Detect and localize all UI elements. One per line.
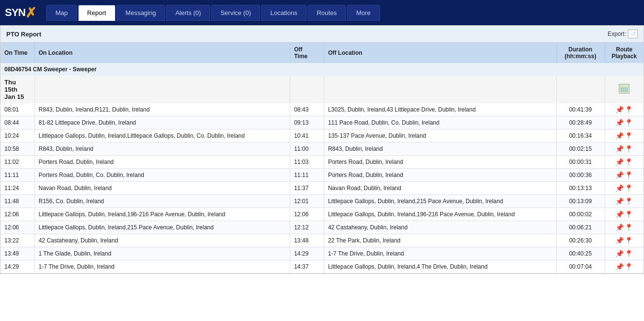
off-time: 09:13: [290, 116, 324, 129]
off-location: Navan Road, Dublin, Ireland: [324, 182, 556, 195]
duration: 00:26:30: [556, 234, 605, 247]
route-playback[interactable]: 📌 📍: [605, 260, 644, 273]
on-time: 11:48: [0, 195, 34, 208]
on-location: Porters Road, Dublin, Ireland: [34, 156, 290, 169]
duration: 00:13:09: [556, 195, 605, 208]
off-location: Littlepace Gallops, Dublin, Ireland,4 Th…: [324, 260, 556, 273]
table-header-row: On Time On Location OffTime Off Location…: [0, 43, 644, 63]
off-location: Littlepace Gallops, Dublin, Ireland,215 …: [324, 195, 556, 208]
on-time: 14:29: [0, 260, 34, 273]
off-time: 14:29: [290, 247, 324, 260]
on-time: 12:06: [0, 221, 34, 234]
duration: 00:40:25: [556, 247, 605, 260]
route-playback[interactable]: 📌 📍: [605, 208, 644, 221]
pin-icons[interactable]: 📌 📍: [615, 119, 633, 127]
pin-red-icon: 📍: [625, 197, 633, 205]
tab-more[interactable]: More: [347, 5, 380, 21]
pin-icons[interactable]: 📌 📍: [615, 171, 633, 179]
pin-icons[interactable]: 📌 📍: [615, 145, 633, 153]
col-header-off-location: Off Location: [324, 43, 556, 63]
date-map-thumb[interactable]: [605, 76, 644, 103]
pin-icons[interactable]: 📌 📍: [615, 158, 633, 166]
on-time: 08:44: [0, 116, 34, 129]
off-time: 11:00: [290, 143, 324, 156]
tab-alerts[interactable]: Alerts (0): [166, 5, 210, 21]
logo: SYN✗: [5, 5, 36, 21]
table-row: 13:49 1 The Glade, Dublin, Ireland 14:29…: [0, 247, 644, 260]
pin-green-icon: 📌: [615, 119, 624, 127]
route-playback[interactable]: 📌 📍: [605, 116, 644, 129]
pin-icons[interactable]: 📌 📍: [615, 184, 633, 192]
route-playback[interactable]: 📌 📍: [605, 247, 644, 260]
off-time: 11:37: [290, 182, 324, 195]
pin-green-icon: 📌: [615, 132, 624, 140]
route-playback[interactable]: 📌 📍: [605, 234, 644, 247]
pin-green-icon: 📌: [615, 197, 624, 205]
pin-red-icon: 📍: [625, 210, 633, 218]
route-playback[interactable]: 📌 📍: [605, 195, 644, 208]
duration: 00:00:31: [556, 156, 605, 169]
pin-icons[interactable]: 📌 📍: [615, 106, 633, 113]
pin-icons[interactable]: 📌 📍: [615, 237, 633, 244]
table-row: 10:58 R843, Dublin, Ireland 11:00 R843, …: [0, 143, 644, 156]
export-button[interactable]: Export: 📄: [608, 30, 638, 38]
off-location: L3025, Dublin, Ireland,43 Littlepace Dri…: [324, 103, 556, 116]
off-location: Porters Road, Dublin, Ireland: [324, 156, 556, 169]
date-header-row: Thu 15thJan 15: [0, 76, 644, 103]
pin-red-icon: 📍: [625, 132, 633, 140]
route-playback[interactable]: 📌 📍: [605, 169, 644, 182]
route-playback[interactable]: 📌 📍: [605, 129, 644, 143]
pin-red-icon: 📍: [625, 237, 633, 244]
pin-icons[interactable]: 📌 📍: [615, 132, 633, 140]
on-time: 12:06: [0, 208, 34, 221]
pin-icons[interactable]: 📌 📍: [615, 263, 633, 271]
pin-icons[interactable]: 📌 📍: [615, 250, 633, 257]
on-location: 42 Castaheany, Dublin, Ireland: [34, 234, 290, 247]
route-playback[interactable]: 📌 📍: [605, 221, 644, 234]
tab-service[interactable]: Service (0): [211, 5, 260, 21]
on-time: 08:01: [0, 103, 34, 116]
col-header-duration: Duration(hh:mm:ss): [556, 43, 605, 63]
off-time: 12:01: [290, 195, 324, 208]
tab-map[interactable]: Map: [46, 5, 77, 21]
tab-locations[interactable]: Locations: [261, 5, 307, 21]
pin-red-icon: 📍: [625, 171, 633, 179]
date-empty-4: [324, 76, 556, 103]
on-location: Littlepace Gallops, Dublin, Ireland,Litt…: [34, 129, 290, 143]
pin-green-icon: 📌: [615, 263, 624, 271]
off-time: 12:06: [290, 208, 324, 221]
date-label: Thu 15thJan 15: [0, 76, 34, 103]
route-playback[interactable]: 📌 📍: [605, 143, 644, 156]
pin-icons[interactable]: 📌 📍: [615, 224, 633, 231]
pin-icons[interactable]: 📌 📍: [615, 197, 633, 205]
off-location: 22 The Park, Dublin, Ireland: [324, 234, 556, 247]
on-time: 10:24: [0, 129, 34, 143]
route-playback[interactable]: 📌 📍: [605, 103, 644, 116]
table-row: 12:06 Littlepace Gallops, Dublin, Irelan…: [0, 208, 644, 221]
pin-red-icon: 📍: [625, 224, 633, 231]
tab-report[interactable]: Report: [78, 5, 116, 21]
off-time: 13:48: [290, 234, 324, 247]
pin-red-icon: 📍: [625, 145, 633, 153]
pin-icons[interactable]: 📌 📍: [615, 210, 633, 218]
pin-red-icon: 📍: [625, 184, 633, 192]
on-time: 11:11: [0, 169, 34, 182]
table-row: 12:06 Littlepace Gallops, Dublin, Irelan…: [0, 221, 644, 234]
table-row: 11:11 Porters Road, Dublin, Co. Dublin, …: [0, 169, 644, 182]
on-location: R843, Dublin, Ireland: [34, 143, 290, 156]
on-time: 11:24: [0, 182, 34, 195]
date-empty-3: [290, 76, 324, 103]
tab-routes[interactable]: Routes: [308, 5, 346, 21]
table-row: 11:24 Navan Road, Dublin, Ireland 11:37 …: [0, 182, 644, 195]
tab-messaging[interactable]: Messaging: [116, 5, 165, 21]
on-location: 1 The Glade, Dublin, Ireland: [34, 247, 290, 260]
off-location: 1-7 The Drive, Dublin, Ireland: [324, 247, 556, 260]
col-header-playback: RoutePlayback: [605, 43, 644, 63]
group-header-row: 08D46754 CM Sweeper - Sweeper: [0, 63, 644, 76]
on-time: 10:58: [0, 143, 34, 156]
route-playback[interactable]: 📌 📍: [605, 156, 644, 169]
col-header-on-location: On Location: [34, 43, 290, 63]
on-time: 13:22: [0, 234, 34, 247]
route-playback[interactable]: 📌 📍: [605, 182, 644, 195]
on-location: 1-7 The Drive, Dublin, Ireland: [34, 260, 290, 273]
